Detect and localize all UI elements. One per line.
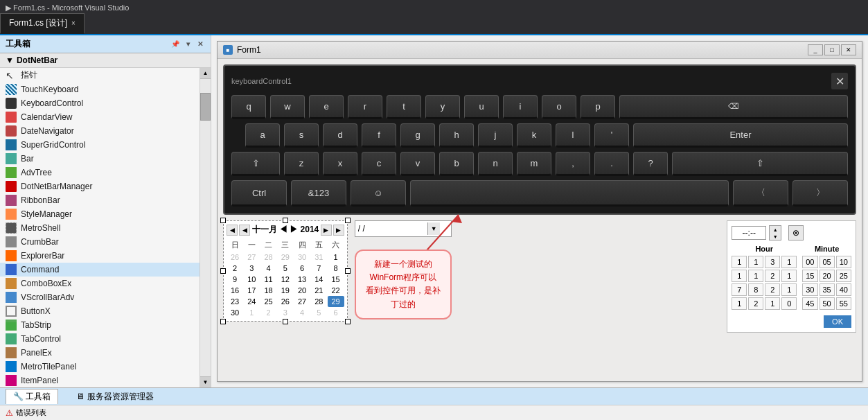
toolbox-item-advtree[interactable]: AdvTree bbox=[0, 166, 200, 180]
toolbox-item-buttonx[interactable]: ButtonX bbox=[0, 304, 200, 318]
cal-day[interactable]: 3 bbox=[277, 307, 294, 318]
toolbox-item-crumbbar[interactable]: CrumbBar bbox=[0, 235, 200, 249]
cal-day[interactable]: 17 bbox=[243, 285, 260, 296]
status-tab-toolbox[interactable]: 🔧 工具箱 bbox=[6, 389, 58, 404]
date-input-field[interactable] bbox=[358, 224, 427, 234]
key-shift-right[interactable]: ⇧ bbox=[672, 152, 848, 176]
cal-day[interactable]: 3 bbox=[243, 263, 260, 274]
cal-day[interactable]: 4 bbox=[294, 307, 310, 318]
status-tab-server-explorer[interactable]: 🖥 服务器资源管理器 bbox=[69, 390, 160, 404]
key-ctrl[interactable]: Ctrl bbox=[231, 180, 287, 207]
toolbox-item-pointer[interactable]: ↖ 指针 bbox=[0, 68, 200, 82]
key-p[interactable]: p bbox=[581, 95, 615, 119]
time-close-button[interactable]: ⊗ bbox=[788, 225, 804, 240]
time-cell[interactable]: 1 bbox=[732, 256, 747, 268]
key-y[interactable]: y bbox=[425, 95, 460, 119]
cal-day[interactable]: 24 bbox=[243, 296, 260, 307]
cal-day[interactable]: 18 bbox=[260, 285, 277, 296]
key-o[interactable]: o bbox=[542, 95, 576, 119]
toolbox-item-itempanel[interactable]: ItemPanel bbox=[0, 374, 200, 387]
time-cell[interactable]: 8 bbox=[748, 283, 763, 296]
time-cell[interactable]: 15 bbox=[802, 270, 817, 282]
cal-day[interactable]: 28 bbox=[260, 252, 277, 263]
cal-day[interactable]: 11 bbox=[260, 274, 277, 285]
time-cell[interactable]: 20 bbox=[820, 270, 835, 282]
toolbox-category[interactable]: ▼ DotNetBar bbox=[0, 53, 211, 68]
toolbox-item-metrotile[interactable]: MetroTilePanel bbox=[0, 360, 200, 374]
time-cell[interactable]: 1 bbox=[748, 270, 763, 282]
toolbox-item-panelex[interactable]: PanelEx bbox=[0, 346, 200, 360]
cal-day[interactable]: 8 bbox=[328, 263, 344, 274]
toolbox-item-comboboxex[interactable]: ComboBoxEx bbox=[0, 277, 200, 290]
toolbox-item-bar[interactable]: Bar bbox=[0, 152, 200, 166]
cal-next-month-btn[interactable]: ▶ bbox=[321, 225, 332, 236]
toolbox-item-touchkeyboard[interactable]: TouchKeyboard bbox=[0, 82, 200, 96]
time-cell[interactable]: 10 bbox=[836, 256, 851, 268]
time-spin-up[interactable]: ▲ bbox=[770, 226, 781, 233]
key-j[interactable]: j bbox=[478, 123, 513, 148]
key-symbols[interactable]: &123 bbox=[291, 180, 346, 207]
key-next[interactable]: 〉 bbox=[792, 180, 848, 207]
cal-day[interactable]: 27 bbox=[243, 252, 260, 263]
key-z[interactable]: z bbox=[284, 152, 319, 176]
cal-day[interactable]: 9 bbox=[227, 274, 243, 285]
time-cell[interactable]: 1 bbox=[732, 270, 747, 282]
key-backspace[interactable]: ⌫ bbox=[619, 95, 848, 119]
key-t[interactable]: t bbox=[387, 95, 421, 119]
cal-day[interactable]: 26 bbox=[277, 296, 294, 307]
key-s[interactable]: s bbox=[284, 123, 319, 148]
toolbox-item-keyboardcontrol[interactable]: KeyboardControl bbox=[0, 96, 200, 110]
time-cell[interactable]: 7 bbox=[732, 283, 747, 296]
cal-day[interactable]: 15 bbox=[328, 274, 344, 285]
key-emoji[interactable]: ☺ bbox=[351, 180, 406, 207]
cal-day-today[interactable]: 29 bbox=[328, 296, 344, 307]
key-h[interactable]: h bbox=[439, 123, 474, 148]
cal-day[interactable]: 2 bbox=[260, 307, 277, 318]
cal-day[interactable]: 30 bbox=[294, 252, 310, 263]
key-d[interactable]: d bbox=[323, 123, 357, 148]
minimize-button[interactable]: _ bbox=[808, 44, 823, 55]
cal-day[interactable]: 12 bbox=[277, 274, 294, 285]
key-b[interactable]: b bbox=[439, 152, 474, 176]
cal-day[interactable]: 1 bbox=[243, 307, 260, 318]
key-x[interactable]: x bbox=[323, 152, 357, 176]
cal-day[interactable]: 6 bbox=[294, 263, 310, 274]
key-f[interactable]: f bbox=[362, 123, 396, 148]
key-a[interactable]: a bbox=[245, 123, 280, 148]
cal-day[interactable]: 23 bbox=[227, 296, 243, 307]
toolbox-item-vscrollbaradv[interactable]: VScrollBarAdv bbox=[0, 290, 200, 304]
key-space[interactable] bbox=[410, 180, 729, 207]
tab-close-icon[interactable]: × bbox=[71, 19, 76, 27]
toolbox-item-metroshell[interactable]: MetroShell bbox=[0, 221, 200, 235]
cal-day[interactable]: 30 bbox=[227, 307, 243, 318]
scroll-down-btn[interactable]: ▼ bbox=[200, 376, 211, 387]
resize-handle-ml[interactable] bbox=[220, 268, 226, 274]
time-cell[interactable]: 50 bbox=[820, 297, 835, 310]
cal-day[interactable]: 27 bbox=[294, 296, 310, 307]
toolbox-item-dotnetbarmanager[interactable]: DotNetBarManager bbox=[0, 180, 200, 193]
toolbox-item-datenavigator[interactable]: DateNavigator bbox=[0, 124, 200, 138]
toolbox-expand-icon[interactable]: ▾ bbox=[183, 40, 193, 49]
key-u[interactable]: u bbox=[464, 95, 499, 119]
cal-day[interactable]: 13 bbox=[294, 274, 310, 285]
cal-day[interactable]: 10 bbox=[243, 274, 260, 285]
toolbox-item-stylemanager[interactable]: StyleManager bbox=[0, 207, 200, 221]
time-cell[interactable]: 2 bbox=[765, 283, 780, 296]
key-period[interactable]: . bbox=[594, 152, 629, 176]
cal-day[interactable]: 19 bbox=[277, 285, 294, 296]
cal-day[interactable]: 7 bbox=[310, 263, 327, 274]
cal-day[interactable]: 22 bbox=[328, 285, 344, 296]
cal-day[interactable]: 5 bbox=[277, 263, 294, 274]
key-v[interactable]: v bbox=[400, 152, 435, 176]
toolbox-scrollbar[interactable]: ▲ ▼ bbox=[200, 68, 211, 387]
time-cell[interactable]: 1 bbox=[732, 297, 747, 310]
toolbox-item-command[interactable]: Command bbox=[0, 263, 200, 277]
resize-handle-bm[interactable] bbox=[283, 319, 288, 324]
key-m[interactable]: m bbox=[517, 152, 551, 176]
toolbox-item-tabstrip[interactable]: TabStrip bbox=[0, 318, 200, 332]
time-cell[interactable]: 25 bbox=[836, 270, 851, 282]
time-cell[interactable]: 1 bbox=[781, 283, 797, 296]
resize-handle-br[interactable] bbox=[345, 319, 351, 324]
toolbox-item-tabcontrol[interactable]: TabControl bbox=[0, 332, 200, 346]
close-button[interactable]: ✕ bbox=[841, 44, 856, 55]
